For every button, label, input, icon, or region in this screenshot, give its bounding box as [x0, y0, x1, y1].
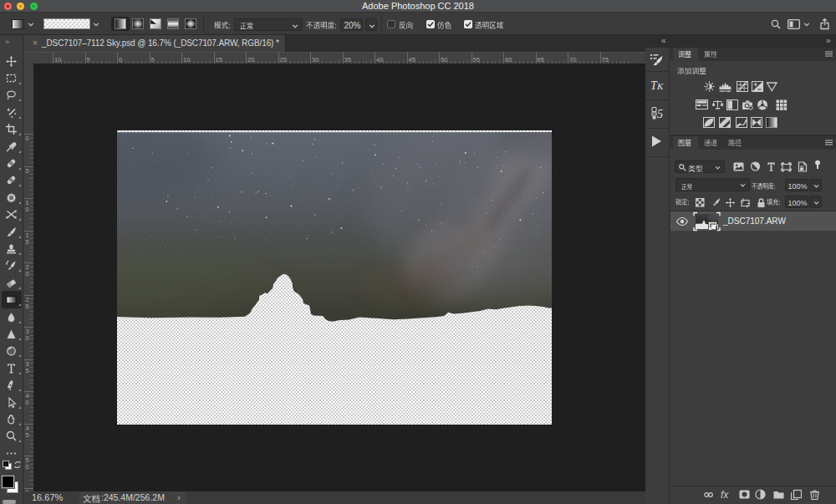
- svg-text:5: 5: [657, 108, 663, 120]
- svg-text:fx: fx: [721, 489, 729, 501]
- svg-text:K: K: [656, 81, 664, 91]
